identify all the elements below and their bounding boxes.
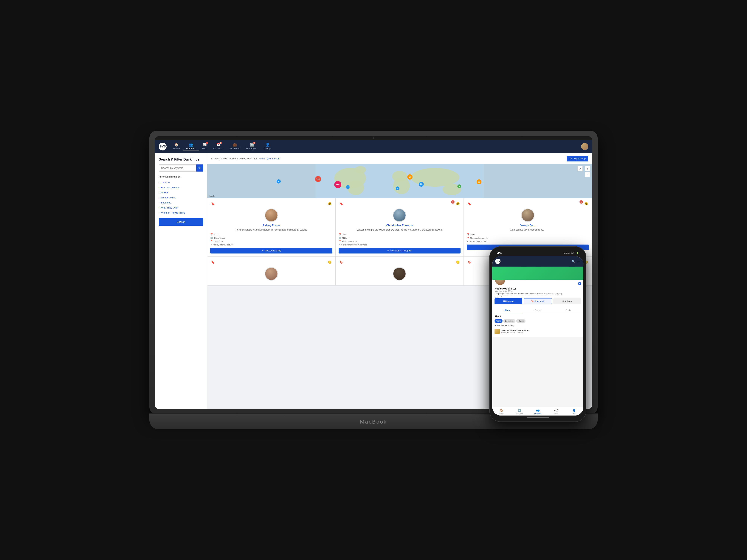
smiley-icon-r2-1[interactable]: 😊 xyxy=(327,260,332,265)
bookmark-icon-r2-3[interactable]: 🔖 xyxy=(467,260,472,265)
bookmark-icon-christopher[interactable]: 🔖 xyxy=(339,201,344,206)
work-tab-bar: Work Education Places xyxy=(494,319,581,323)
nav-item-feed[interactable]: 📰 3 Feed xyxy=(199,142,210,151)
employers-icon: 🏢 6 xyxy=(250,142,254,147)
filter-location[interactable]: › Location xyxy=(159,180,203,185)
message-christopher-button[interactable]: ✉ Message Christopher xyxy=(339,248,461,254)
phone-hire-button[interactable]: Hire Book xyxy=(553,298,581,304)
phone-tab-groups[interactable]: Groups xyxy=(523,308,553,313)
message-ashley-button[interactable]: ✉ Message Ashley xyxy=(210,248,332,254)
member-year-joseph: 📅 1991 xyxy=(467,233,589,236)
phone-time: 9:41 xyxy=(497,251,501,254)
company-logo xyxy=(494,329,500,334)
smiley-icon-r2-2[interactable]: 😊 xyxy=(455,260,461,265)
nav-right xyxy=(581,143,588,150)
jobboard-icon: 💼 xyxy=(233,142,237,147)
smiley-icon-christopher[interactable]: 😊 xyxy=(455,201,461,206)
member-name-ashley[interactable]: Ashley Foster xyxy=(210,224,332,227)
nav-item-calendar[interactable]: 📅 2 Calendar xyxy=(210,142,226,151)
phone-services-icon: ⚙️ xyxy=(518,409,521,412)
filter-groups[interactable]: › Groups Joined xyxy=(159,195,203,200)
bookmark-icon-r2-2[interactable]: 🔖 xyxy=(339,260,344,265)
filter-hiring[interactable]: › Whether They're Hiring xyxy=(159,210,203,215)
work-title: Sales at Marriott International xyxy=(501,329,530,331)
member-offers-christopher: ✓ Christopher offers 4 services xyxy=(339,243,461,246)
map-pin-30[interactable]: 30 xyxy=(476,179,482,184)
avatar-ashley xyxy=(265,209,278,222)
filter-what-offer[interactable]: › What They Offer xyxy=(159,205,203,210)
member-offers-ashley: ✓ Ashley offers 1 service xyxy=(210,243,332,246)
map-pin-3[interactable]: 3 xyxy=(457,184,461,188)
member-name-christopher[interactable]: Christopher Edwards xyxy=(339,224,461,227)
phone-nav-home[interactable]: 🏠 Home xyxy=(492,409,511,415)
search-button[interactable]: Search xyxy=(159,218,203,226)
results-text: Showing 9,595 Ducklings below. Want more… xyxy=(211,157,280,160)
zoom-in-button[interactable]: + xyxy=(585,166,590,171)
phone-logo[interactable]: BVS xyxy=(495,259,500,264)
svg-point-7 xyxy=(355,166,366,174)
calendar-meta-icon: 📅 xyxy=(467,233,469,236)
map-pin-659[interactable]: 659 xyxy=(334,181,341,188)
nav-logo[interactable]: BVS xyxy=(159,142,166,151)
toggle-map-button[interactable]: 🗺 Toggle Map xyxy=(567,156,588,161)
map-pin-4a[interactable]: 4 xyxy=(346,185,350,189)
building-icon: 🏢 xyxy=(339,237,341,239)
map-pin-146[interactable]: 146 xyxy=(315,176,321,182)
work-tab-education[interactable]: Education xyxy=(503,319,515,323)
phone-nav-me[interactable]: 👤 Me xyxy=(565,409,584,415)
map-pin-9[interactable]: 9 xyxy=(277,179,281,184)
invite-link[interactable]: Invite your friends! xyxy=(260,157,280,160)
search-box: 🔍 xyxy=(159,164,203,171)
phone-search-icon[interactable]: 🔍 xyxy=(571,260,575,263)
groups-icon: 👤 xyxy=(265,142,270,147)
card-top-actions: 🔖 😊 xyxy=(210,201,332,206)
phone-nav-services[interactable]: ⚙️ Services xyxy=(511,409,529,415)
phone-tab-about[interactable]: About xyxy=(492,308,523,313)
map-pin-20[interactable]: 20 xyxy=(419,182,424,187)
bookmark-icon-ashley[interactable]: 🔖 xyxy=(210,201,215,206)
phone-message-button[interactable]: ✉ Message xyxy=(494,298,522,304)
camera-dot xyxy=(372,137,375,139)
search-icon-button[interactable]: 🔍 xyxy=(196,164,203,171)
member-card-ashley: 🔖 😊 Ashley Foster Re xyxy=(207,198,336,257)
map-pin-57[interactable]: 57 xyxy=(407,175,413,180)
nav-item-members[interactable]: 👥 Members xyxy=(183,142,199,151)
phone-home-button[interactable] xyxy=(526,418,549,418)
envelope-icon: ✉ xyxy=(262,249,263,252)
map-expand-button[interactable]: ⤢ xyxy=(577,166,583,171)
nav-item-home[interactable]: 🏠 Home xyxy=(170,142,183,151)
calendar-badge: 2 xyxy=(220,142,222,144)
phone-bookmark-button[interactable]: 🔖 Bookmark xyxy=(524,298,552,304)
phone-menu-icon[interactable]: ⋯ xyxy=(577,260,581,263)
svg-point-5 xyxy=(411,168,459,187)
filter-education[interactable]: › Education History xyxy=(159,185,203,190)
nav-item-jobboard[interactable]: 💼 Job Board xyxy=(226,142,243,151)
work-tab-places[interactable]: Places xyxy=(516,319,525,323)
chevron-icon: › xyxy=(159,186,159,189)
location-icon: 📍 xyxy=(339,240,341,243)
phone-nav-members[interactable]: 👥 Members xyxy=(529,409,547,415)
map-footer: Google xyxy=(209,195,215,197)
phone-tab-posts[interactable]: Posts xyxy=(553,308,584,313)
phone-tabs: About Groups Posts xyxy=(492,308,584,313)
member-name-joseph[interactable]: Joseph Da… xyxy=(467,224,589,227)
phone-profile-name: Rosie Hopkim '16 xyxy=(494,287,581,290)
bookmark-icon-joseph[interactable]: 🔖 xyxy=(467,201,472,206)
filter-at-bvs[interactable]: › At BVS xyxy=(159,190,203,195)
user-avatar[interactable] xyxy=(581,143,588,150)
check-icon: ✓ xyxy=(210,243,212,246)
phone-action-buttons: ✉ Message 🔖 Bookmark Hire Book xyxy=(494,298,581,304)
chevron-icon: › xyxy=(159,207,159,209)
filter-industries[interactable]: › Industries xyxy=(159,200,203,205)
zoom-out-button[interactable]: − xyxy=(585,172,590,177)
nav-item-groups[interactable]: 👤 Groups xyxy=(261,142,275,151)
phone-home-icon: 🏠 xyxy=(499,409,503,412)
employers-badge: 6 xyxy=(253,142,256,144)
check-icon: ✓ xyxy=(339,243,340,246)
nav-item-employers[interactable]: 🏢 6 Employers xyxy=(243,142,261,151)
bookmark-icon-r2-1[interactable]: 🔖 xyxy=(210,260,215,265)
work-tab-work[interactable]: Work xyxy=(494,319,503,323)
smiley-icon-joseph[interactable]: 😊 xyxy=(584,201,589,206)
smiley-icon-ashley[interactable]: 😊 xyxy=(327,201,332,206)
phone-nav-inbox[interactable]: 💬 Inbox xyxy=(547,409,565,415)
